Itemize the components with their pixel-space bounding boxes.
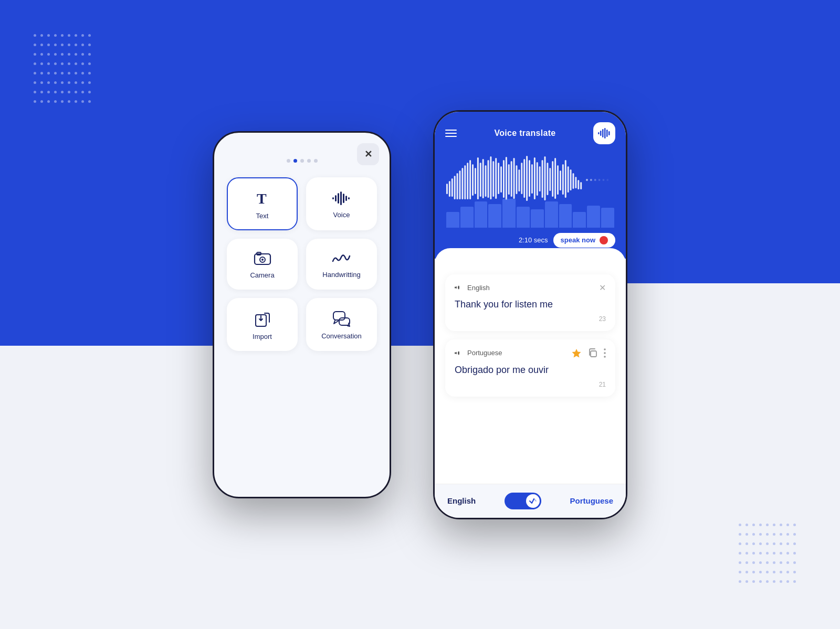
sound-wave-icon-target [455,349,464,357]
svg-point-80 [606,179,608,181]
svg-rect-35 [480,163,481,197]
svg-rect-67 [562,164,564,195]
svg-rect-65 [557,165,559,195]
svg-rect-51 [521,163,522,194]
svg-rect-3 [338,193,339,204]
phone-voice-inner: Voice translate [435,112,626,518]
svg-rect-59 [542,160,543,198]
svg-rect-70 [570,169,572,190]
source-char-count: 23 [455,315,606,323]
menu-item-camera[interactable]: Camera [227,239,298,290]
svg-point-75 [586,179,588,181]
svg-rect-25 [454,176,456,199]
svg-rect-48 [513,158,515,199]
svg-rect-20 [606,130,608,137]
hamburger-line-2 [445,133,457,134]
svg-rect-24 [452,178,453,197]
dot-2-active [293,159,297,163]
voice-top-section: Voice translate [435,112,626,259]
menu-item-import[interactable]: Import [227,298,298,351]
source-lang-option[interactable]: English [447,496,476,505]
svg-rect-45 [506,157,507,200]
menu-item-conversation[interactable]: Conversation [306,298,377,351]
target-lang-option[interactable]: Portuguese [570,496,613,505]
svg-rect-1 [332,197,334,199]
voice-header: Voice translate [445,122,615,144]
bar-bg-10 [573,212,586,228]
dot-4 [307,159,311,163]
copy-button[interactable] [588,348,597,358]
text-icon: T [254,190,271,207]
svg-rect-33 [475,168,476,194]
svg-rect-58 [539,166,541,191]
waveform-container [445,155,615,228]
bar-bg-4 [488,204,501,228]
svg-rect-73 [578,180,579,189]
hamburger-menu-icon[interactable] [445,130,457,137]
speak-now-button[interactable]: speak now [553,233,615,248]
svg-rect-60 [544,156,546,200]
source-card-header: English ✕ [455,283,606,293]
svg-point-82 [455,352,456,354]
source-language-badge: English [455,284,490,292]
svg-rect-5 [343,194,344,203]
sound-wave-icon-source [455,284,464,291]
bar-bg-8 [545,201,558,228]
close-source-card-button[interactable]: ✕ [599,283,606,293]
menu-item-voice[interactable]: Voice [306,177,377,230]
translation-area: English ✕ Thank you for listen me 23 [435,259,626,484]
svg-rect-71 [573,173,574,189]
svg-rect-2 [335,195,337,201]
svg-rect-84 [591,351,596,357]
waveform-svg [445,155,615,202]
svg-rect-29 [464,165,466,199]
svg-rect-18 [602,129,604,137]
import-icon [254,311,271,327]
svg-rect-17 [600,131,602,136]
svg-rect-4 [340,191,342,205]
dot-3 [300,159,304,163]
voice-mic-button[interactable] [593,122,615,144]
target-language-label: Portuguese [467,349,502,357]
menu-item-handwriting[interactable]: Handwritting [306,239,377,290]
voice-translate-title: Voice translate [494,129,555,138]
svg-rect-14 [333,312,345,320]
text-label: Text [256,212,269,220]
svg-point-11 [261,259,264,261]
svg-rect-23 [449,181,450,197]
target-card-actions [571,348,606,358]
svg-point-77 [594,179,596,181]
svg-point-81 [455,287,456,289]
dot-5 [314,159,318,163]
hamburger-line-1 [445,130,457,131]
svg-rect-30 [467,163,468,199]
handwriting-label: Handwritting [322,271,360,279]
svg-rect-34 [477,157,479,199]
svg-rect-7 [348,197,350,199]
bar-bg-7 [531,209,544,228]
import-label: Import [253,333,272,340]
source-translation-card: English ✕ Thank you for listen me 23 [445,274,615,331]
svg-point-78 [598,179,601,181]
target-char-count: 21 [455,381,606,388]
handwriting-icon [332,252,352,265]
svg-rect-42 [498,163,499,194]
bar-bg-6 [517,207,530,228]
svg-text:T: T [257,190,267,207]
svg-rect-39 [490,156,491,199]
more-options-button[interactable] [604,348,606,358]
timer-display: 2:10 secs [519,236,548,244]
star-button[interactable] [571,348,582,358]
dots-indicator [287,159,318,163]
close-button[interactable]: ✕ [357,143,379,165]
menu-item-text[interactable]: T Text [227,177,298,230]
svg-rect-52 [523,159,525,198]
conversation-icon [333,311,351,327]
svg-rect-28 [461,168,463,199]
toggle-thumb [526,494,540,508]
target-translation-card: Portuguese [445,339,615,397]
svg-rect-21 [608,131,610,135]
svg-rect-49 [516,165,518,194]
target-language-badge: Portuguese [455,349,502,357]
language-toggle[interactable] [505,493,541,509]
